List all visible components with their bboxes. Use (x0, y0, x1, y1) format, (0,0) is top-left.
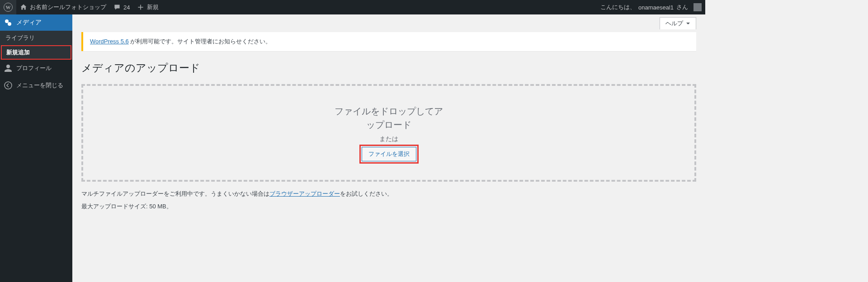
sidebar-subitem-library[interactable]: ライブラリ (0, 31, 72, 45)
new-label: 新規 (147, 3, 159, 11)
sidebar-subitem-label: 新規追加 (6, 49, 30, 56)
select-files-button[interactable]: ファイルを選択 (362, 147, 416, 161)
home-icon (20, 4, 27, 11)
drop-title: ファイルをドロップしてアップロード (335, 104, 443, 132)
account-menu[interactable]: こんにちは、 onamaeseal1 さん (597, 0, 705, 14)
sidebar-item-label: メディア (16, 19, 42, 27)
sidebar-submenu-media: ライブラリ 新規追加 (0, 31, 72, 60)
main-content: ヘルプ WordPress 5.6 が利用可能です。サイト管理者にお知らせくださ… (72, 14, 705, 282)
uploader-note: マルチファイルアップローダーをご利用中です。うまくいかない場合はブラウザーアップ… (81, 190, 696, 198)
uploader-note-pre: マルチファイルアップローダーをご利用中です。うまくいかない場合は (81, 190, 269, 197)
sidebar-item-media[interactable]: メディア (0, 14, 72, 31)
sidebar-item-label: メニューを閉じる (16, 81, 63, 89)
notice-link[interactable]: WordPress 5.6 (90, 38, 129, 45)
update-notice: WordPress 5.6 が利用可能です。サイト管理者にお知らせください。 (81, 32, 696, 51)
svg-point-0 (5, 82, 12, 89)
user-icon (4, 64, 13, 73)
uploader-note-post: をお試しください。 (340, 190, 393, 197)
max-upload-size: 最大アップロードサイズ: 50 MB。 (81, 202, 696, 211)
greeting-prefix: こんにちは、 (600, 3, 636, 11)
page-title: メディアのアップロード (81, 61, 696, 75)
plus-icon (137, 4, 144, 11)
wordpress-logo-icon (4, 3, 13, 12)
sidebar-subitem-label: ライブラリ (5, 34, 35, 41)
sidebar-collapse[interactable]: メニューを閉じる (0, 77, 72, 94)
admin-sidebar: メディア ライブラリ 新規追加 プロフィール メニューを閉じる (0, 14, 72, 282)
comments-link[interactable]: 24 (110, 0, 133, 14)
drop-or: または (379, 135, 398, 143)
browser-uploader-link[interactable]: ブラウザーアップローダー (269, 190, 340, 197)
avatar (693, 3, 702, 11)
notice-text: が利用可能です。サイト管理者にお知らせください。 (129, 38, 272, 45)
chevron-down-icon (686, 21, 690, 26)
new-content-link[interactable]: 新規 (133, 0, 162, 14)
help-label: ヘルプ (665, 19, 683, 28)
wp-logo-menu[interactable] (0, 0, 16, 14)
help-tab[interactable]: ヘルプ (660, 17, 696, 29)
collapse-icon (4, 81, 13, 90)
media-icon (4, 18, 13, 27)
upload-drop-zone[interactable]: ファイルをドロップしてアップロード または ファイルを選択 (81, 84, 696, 182)
username: onamaeseal1 (638, 4, 674, 11)
site-name: お名前シールフォトショップ (30, 3, 106, 11)
sidebar-item-label: プロフィール (16, 64, 52, 72)
sidebar-subitem-add-new[interactable]: 新規追加 (1, 45, 71, 60)
greeting-suffix: さん (676, 3, 688, 11)
sidebar-item-profile[interactable]: プロフィール (0, 60, 72, 77)
site-link[interactable]: お名前シールフォトショップ (16, 0, 110, 14)
comment-icon (113, 4, 121, 11)
comments-count: 24 (123, 4, 130, 11)
admin-toolbar: お名前シールフォトショップ 24 新規 こんにちは、 onamaeseal1 さ… (0, 0, 705, 14)
